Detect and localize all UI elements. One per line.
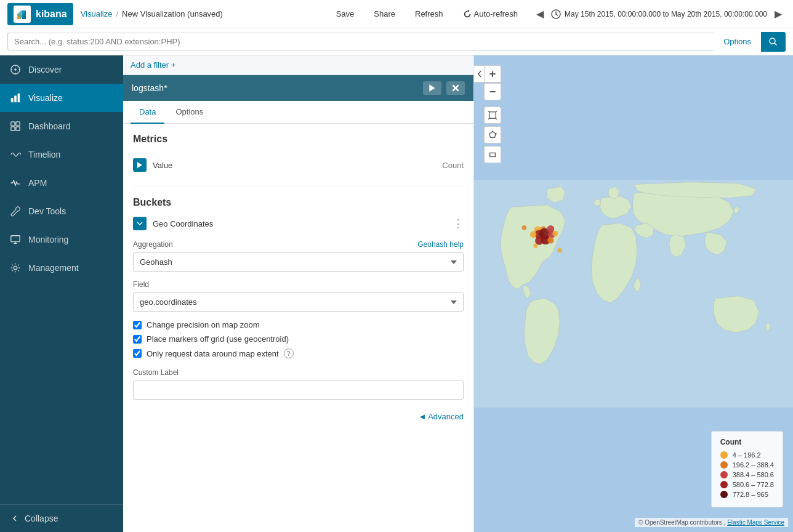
time-prev-button[interactable]: ◀ xyxy=(533,7,547,21)
svg-point-39 xyxy=(533,244,537,248)
top-bar: kibana Visualize / New Visualization (un… xyxy=(0,0,793,28)
sidebar-item-apm[interactable]: APM xyxy=(0,169,123,197)
svg-rect-13 xyxy=(16,127,20,131)
precision-checkbox[interactable] xyxy=(133,321,142,329)
svg-rect-11 xyxy=(16,122,20,126)
close-icon xyxy=(451,84,460,92)
close-panel-button[interactable] xyxy=(446,81,465,95)
sidebar-item-discover-label: Discover xyxy=(28,65,62,75)
buckets-title: Buckets xyxy=(133,187,464,208)
geohash-help-link[interactable]: Geohash help xyxy=(417,240,464,249)
gear-icon xyxy=(10,262,21,273)
legend-row-2: 196.2 – 388.4 xyxy=(720,461,774,469)
search-submit-button[interactable] xyxy=(761,32,786,52)
svg-rect-7 xyxy=(11,98,14,102)
sidebar-item-dashboard-label: Dashboard xyxy=(28,121,71,131)
chevron-down-icon xyxy=(136,220,143,227)
svg-line-21 xyxy=(488,118,489,119)
sidebar-item-timelion[interactable]: Timelion xyxy=(0,140,123,169)
content-area: Add a filter + logstash* Data Options xyxy=(123,55,793,532)
sidebar-item-dashboard[interactable]: Dashboard xyxy=(0,112,123,140)
aggregation-group: Aggregation Geohash help Geohash xyxy=(133,240,464,272)
draw-rectangle-button[interactable] xyxy=(484,146,501,163)
search-input[interactable] xyxy=(7,33,714,50)
monitor-icon xyxy=(10,234,21,245)
crop-icon xyxy=(488,111,497,119)
geocentroid-checkbox[interactable] xyxy=(133,335,142,344)
svg-rect-8 xyxy=(14,95,17,102)
sidebar-item-management-label: Management xyxy=(28,263,79,273)
legend-dot-4 xyxy=(720,481,728,488)
sidebar-item-monitoring[interactable]: Monitoring xyxy=(0,225,123,254)
main-layout: Discover Visualize Dashboard Timelion AP… xyxy=(0,55,793,532)
aggregation-select[interactable]: Geohash xyxy=(133,252,464,272)
svg-line-22 xyxy=(496,118,497,119)
help-icon[interactable]: ? xyxy=(284,349,294,358)
kibana-logo-icon xyxy=(14,6,31,23)
save-button[interactable]: Save xyxy=(331,7,360,21)
chevron-left-icon xyxy=(10,514,20,523)
sidebar-item-timelion-label: Timelion xyxy=(28,150,60,159)
pulse-icon xyxy=(10,177,21,188)
svg-point-24 xyxy=(492,131,494,132)
draw-polygon-button[interactable] xyxy=(484,126,501,143)
metric-count-value: Count xyxy=(442,161,464,170)
search-icon xyxy=(768,37,778,47)
map-legend: Count 4 – 196.2 196.2 – 388.4 388.4 – 58… xyxy=(711,431,783,507)
tab-options[interactable]: Options xyxy=(167,101,212,124)
svg-rect-10 xyxy=(11,122,15,126)
collapse-button[interactable]: Collapse xyxy=(0,505,123,532)
legend-text-4: 580.6 – 772.8 xyxy=(733,481,774,488)
svg-point-6 xyxy=(14,68,17,71)
svg-point-40 xyxy=(557,248,562,252)
panel-collapse-icon xyxy=(477,70,482,78)
sidebar-item-management[interactable]: Management xyxy=(0,254,123,282)
draw-mode-button[interactable] xyxy=(484,107,501,124)
sidebar: Discover Visualize Dashboard Timelion AP… xyxy=(0,55,123,532)
zoom-in-button[interactable]: + xyxy=(484,65,501,83)
field-select[interactable]: geo.coordinates xyxy=(133,292,464,312)
elastic-maps-link[interactable]: Elastic Maps Service xyxy=(727,519,784,526)
bucket-geo-header: Geo Coordinates ⋮ xyxy=(133,217,464,230)
share-button[interactable]: Share xyxy=(369,7,400,21)
zoom-out-button[interactable]: − xyxy=(484,83,501,100)
map-extent-checkbox[interactable] xyxy=(133,349,142,358)
time-next-button[interactable]: ▶ xyxy=(771,7,786,21)
advanced-link[interactable]: ◄ Advanced xyxy=(133,409,464,424)
refresh-button[interactable]: Refresh xyxy=(410,7,448,21)
clock-icon xyxy=(551,9,561,19)
sidebar-bottom: Collapse xyxy=(0,504,123,532)
svg-point-37 xyxy=(547,237,553,243)
legend-dot-5 xyxy=(720,491,728,498)
svg-marker-16 xyxy=(429,84,435,92)
breadcrumb-separator: / xyxy=(116,9,118,18)
run-query-button[interactable] xyxy=(423,81,441,95)
bucket-toggle-button[interactable] xyxy=(133,217,147,230)
legend-dot-1 xyxy=(720,451,728,459)
checkbox-row-2: Place markers off grid (use geocentroid) xyxy=(133,334,464,344)
sidebar-item-monitoring-label: Monitoring xyxy=(28,235,68,244)
metrics-section: Metrics Value Count xyxy=(123,124,473,187)
top-bar-actions: Save Share Refresh Auto-refresh ◀ May 15… xyxy=(331,7,786,21)
sidebar-item-devtools[interactable]: Dev Tools xyxy=(0,197,123,225)
tab-data[interactable]: Data xyxy=(131,101,164,124)
svg-rect-9 xyxy=(18,94,20,102)
custom-label-input[interactable] xyxy=(133,381,464,400)
metric-toggle-button[interactable] xyxy=(133,158,147,172)
legend-text-3: 388.4 – 580.6 xyxy=(733,471,774,478)
sidebar-item-visualize[interactable]: Visualize xyxy=(0,84,123,112)
panel-tabs: Data Options xyxy=(123,101,473,124)
add-filter-button[interactable]: Add a filter + xyxy=(131,58,175,72)
auto-refresh-toggle[interactable]: Auto-refresh xyxy=(458,7,523,21)
bucket-more-options[interactable]: ⋮ xyxy=(453,217,464,230)
legend-dot-3 xyxy=(720,471,728,478)
search-options-link[interactable]: Options xyxy=(719,34,756,49)
metric-value-label: Value xyxy=(153,161,436,170)
legend-row-3: 388.4 – 580.6 xyxy=(720,471,774,478)
svg-marker-17 xyxy=(137,162,142,168)
svg-point-41 xyxy=(522,225,526,230)
metrics-title: Metrics xyxy=(133,134,464,145)
time-range-text: May 15th 2015, 00:00:00.000 to May 20th … xyxy=(565,10,767,18)
sidebar-item-discover[interactable]: Discover xyxy=(0,55,123,84)
visualize-breadcrumb-link[interactable]: Visualize xyxy=(81,9,113,18)
